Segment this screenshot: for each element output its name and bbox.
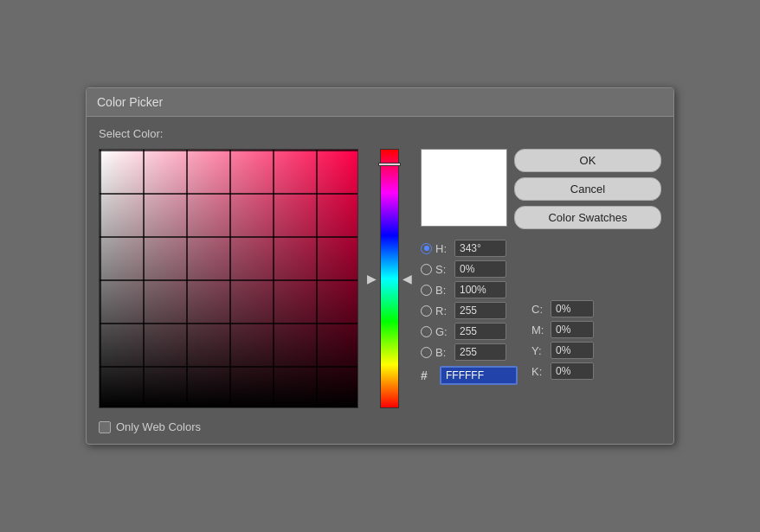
buttons-column: OK Cancel Color Swatches bbox=[514, 149, 661, 229]
cmyk-y-row: Y: bbox=[531, 342, 594, 359]
cmyk-m-input[interactable] bbox=[551, 321, 594, 338]
cmyk-c-row: C: bbox=[531, 300, 594, 317]
color-picker-dialog: Color Picker Select Color: ▶ ◀ bbox=[86, 87, 674, 445]
brightness-input[interactable] bbox=[454, 281, 506, 298]
bottom-row: Only Web Colors bbox=[99, 420, 661, 433]
fields-and-cmyk: H: S: B: bbox=[421, 240, 661, 385]
sat-radio[interactable] bbox=[421, 264, 432, 275]
main-row: ▶ ◀ OK Cancel Color Swatches bbox=[99, 149, 661, 408]
hue-indicator bbox=[378, 163, 401, 166]
cmyk-k-row: K: bbox=[531, 362, 594, 380]
ok-button[interactable]: OK bbox=[514, 149, 661, 172]
cmyk-column: C: M: Y: K: bbox=[531, 240, 594, 385]
dialog-body: Select Color: ▶ ◀ bbox=[87, 117, 673, 444]
only-web-colors-area: Only Web Colors bbox=[99, 420, 201, 433]
red-radio[interactable] bbox=[421, 305, 432, 317]
green-input[interactable] bbox=[454, 323, 506, 340]
red-label: R: bbox=[435, 304, 451, 317]
hue-input[interactable] bbox=[454, 240, 506, 257]
hex-label: # bbox=[421, 369, 436, 382]
only-web-colors-label: Only Web Colors bbox=[116, 420, 201, 433]
color-fields: H: S: B: bbox=[421, 240, 518, 385]
dialog-title: Color Picker bbox=[97, 95, 163, 109]
color-gradient-picker[interactable] bbox=[99, 149, 358, 408]
cmyk-k-input[interactable] bbox=[551, 362, 594, 380]
cmyk-k-label: K: bbox=[531, 365, 547, 378]
hue-arrow-right-icon: ◀ bbox=[403, 272, 412, 285]
color-preview-area: OK Cancel Color Swatches bbox=[421, 149, 661, 229]
cancel-button[interactable]: Cancel bbox=[514, 177, 661, 201]
sat-field-row: S: bbox=[421, 260, 518, 278]
blue-input[interactable] bbox=[454, 343, 506, 361]
green-label: G: bbox=[435, 325, 451, 338]
sat-label: S: bbox=[435, 263, 451, 276]
brightness-field-row: B: bbox=[421, 281, 518, 298]
cmyk-c-label: C: bbox=[531, 303, 547, 316]
brightness-radio[interactable] bbox=[421, 285, 432, 296]
hue-radio[interactable] bbox=[421, 243, 432, 254]
hue-slider[interactable] bbox=[380, 149, 399, 408]
cmyk-y-input[interactable] bbox=[551, 342, 594, 359]
cmyk-m-label: M: bbox=[531, 324, 547, 337]
blue-label: B: bbox=[435, 346, 451, 359]
brightness-label: B: bbox=[435, 284, 451, 297]
hex-row: # bbox=[421, 366, 518, 385]
hue-field-row: H: bbox=[421, 240, 518, 257]
color-swatches-button[interactable]: Color Swatches bbox=[514, 206, 661, 229]
dialog-titlebar: Color Picker bbox=[87, 88, 673, 117]
only-web-colors-checkbox[interactable] bbox=[99, 421, 111, 433]
hue-slider-container: ▶ ◀ bbox=[367, 149, 412, 408]
gradient-canvas[interactable] bbox=[99, 149, 358, 408]
hex-input[interactable] bbox=[440, 366, 518, 385]
green-field-row: G: bbox=[421, 323, 518, 340]
green-radio[interactable] bbox=[421, 326, 432, 337]
select-color-label: Select Color: bbox=[99, 127, 661, 140]
red-input[interactable] bbox=[454, 302, 506, 319]
cmyk-c-input[interactable] bbox=[551, 300, 594, 317]
blue-field-row: B: bbox=[421, 343, 518, 361]
red-field-row: R: bbox=[421, 302, 518, 319]
hue-arrow-left-icon: ▶ bbox=[367, 272, 377, 285]
color-preview-box bbox=[421, 149, 507, 227]
right-panel: OK Cancel Color Swatches H: bbox=[421, 149, 661, 385]
hue-label: H: bbox=[435, 242, 451, 255]
sat-input[interactable] bbox=[454, 260, 506, 278]
cmyk-m-row: M: bbox=[531, 321, 594, 338]
blue-radio[interactable] bbox=[421, 347, 432, 358]
cmyk-y-label: Y: bbox=[531, 344, 547, 357]
grid-overlay bbox=[100, 150, 357, 407]
